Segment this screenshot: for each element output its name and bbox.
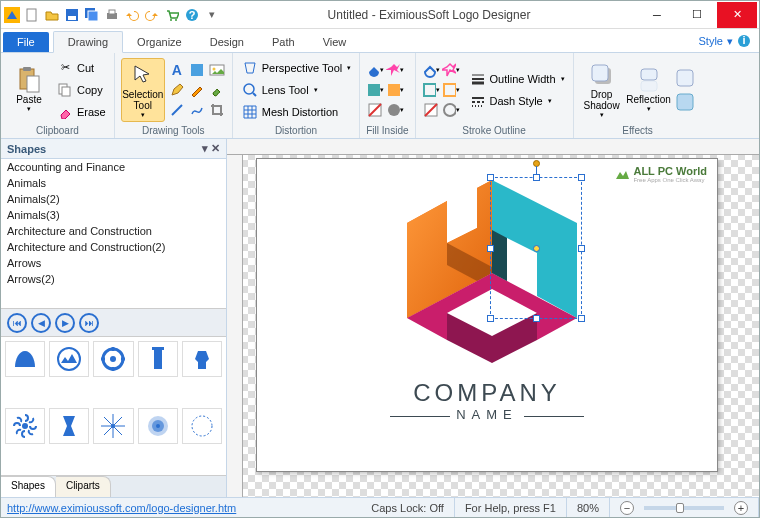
list-item[interactable]: Animals xyxy=(1,175,226,191)
list-item[interactable]: Animals(3) xyxy=(1,207,226,223)
tab-organize[interactable]: Organize xyxy=(123,32,196,52)
resize-handle[interactable] xyxy=(533,174,540,181)
line-tool-icon[interactable] xyxy=(168,101,186,119)
stroke-none-icon[interactable] xyxy=(422,101,440,119)
selection-indicator[interactable] xyxy=(490,177,582,319)
fill-solid-icon[interactable]: ▾ xyxy=(366,61,384,79)
copy-button[interactable]: Copy xyxy=(54,80,108,100)
resize-handle[interactable] xyxy=(578,174,585,181)
stroke-pattern-icon[interactable]: ▾ xyxy=(422,81,440,99)
list-item[interactable]: Animals(2) xyxy=(1,191,226,207)
shapes-category-list[interactable]: Accounting and Finance Animals Animals(2… xyxy=(1,159,226,309)
undo-icon[interactable] xyxy=(123,6,141,24)
tab-design[interactable]: Design xyxy=(196,32,258,52)
mesh-button[interactable]: Mesh Distortion xyxy=(239,102,354,122)
zoom-slider[interactable] xyxy=(644,506,724,510)
zoom-in-button[interactable]: + xyxy=(734,501,748,515)
list-item[interactable]: Architecture and Construction(2) xyxy=(1,239,226,255)
stroke-gradient-icon[interactable]: ▾ xyxy=(442,61,460,79)
fill-gradient-icon[interactable]: ▾ xyxy=(386,61,404,79)
shape-thumb[interactable] xyxy=(49,408,89,444)
resize-handle[interactable] xyxy=(487,174,494,181)
list-item[interactable]: Arrows(2) xyxy=(1,271,226,287)
fill-texture-icon[interactable]: ▾ xyxy=(386,81,404,99)
resize-handle[interactable] xyxy=(578,245,585,252)
shape-thumb[interactable] xyxy=(5,408,45,444)
list-item[interactable]: Architecture and Construction xyxy=(1,223,226,239)
list-item[interactable]: Accounting and Finance xyxy=(1,159,226,175)
effect-preset-1-icon[interactable] xyxy=(674,67,696,89)
redo-icon[interactable] xyxy=(143,6,161,24)
freehand-tool-icon[interactable] xyxy=(188,101,206,119)
panel-menu-icon[interactable]: ▾ xyxy=(202,142,208,155)
fill-more-icon[interactable]: ▾ xyxy=(386,101,404,119)
list-item[interactable]: Arrows xyxy=(1,255,226,271)
artboard[interactable]: ALL PC World Free Apps One Click Away xyxy=(257,159,717,471)
drop-shadow-button[interactable]: Drop Shadow ▾ xyxy=(580,58,624,122)
status-link[interactable]: http://www.eximioussoft.com/logo-designe… xyxy=(1,502,242,514)
qat-dropdown-icon[interactable]: ▾ xyxy=(203,6,221,24)
file-tab[interactable]: File xyxy=(3,32,49,52)
tab-cliparts[interactable]: Cliparts xyxy=(56,476,111,497)
help-icon[interactable]: ? xyxy=(183,6,201,24)
pen-tool-icon[interactable] xyxy=(168,81,186,99)
reflection-button[interactable]: Reflection ▾ xyxy=(627,58,671,122)
text-tool-icon[interactable]: A xyxy=(168,61,186,79)
center-handle[interactable] xyxy=(533,245,540,252)
panel-close-icon[interactable]: ✕ xyxy=(211,142,220,155)
nav-next-icon[interactable]: ▶ xyxy=(55,313,75,333)
fill-pattern-icon[interactable]: ▾ xyxy=(366,81,384,99)
tab-path[interactable]: Path xyxy=(258,32,309,52)
selection-tool-button[interactable]: Selection Tool ▾ xyxy=(121,58,165,122)
shape-thumb[interactable] xyxy=(138,341,178,377)
shape-thumb[interactable] xyxy=(49,341,89,377)
tab-shapes[interactable]: Shapes xyxy=(1,476,56,497)
paste-button[interactable]: Paste ▾ xyxy=(7,58,51,122)
resize-handle[interactable] xyxy=(487,315,494,322)
stroke-texture-icon[interactable]: ▾ xyxy=(442,81,460,99)
info-icon[interactable]: i xyxy=(737,34,751,48)
shape-thumb[interactable] xyxy=(182,408,222,444)
maximize-button[interactable]: ☐ xyxy=(677,2,717,28)
tab-view[interactable]: View xyxy=(309,32,361,52)
stroke-color-icon[interactable]: ▾ xyxy=(422,61,440,79)
shape-thumb[interactable] xyxy=(5,341,45,377)
fill-none-icon[interactable] xyxy=(366,101,384,119)
perspective-button[interactable]: Perspective Tool▾ xyxy=(239,58,354,78)
crop-tool-icon[interactable] xyxy=(208,101,226,119)
nav-last-icon[interactable]: ⏭ xyxy=(79,313,99,333)
shape-thumb[interactable] xyxy=(93,341,133,377)
lens-button[interactable]: Lens Tool▾ xyxy=(239,80,354,100)
brush-tool-icon[interactable] xyxy=(208,81,226,99)
resize-handle[interactable] xyxy=(533,315,540,322)
shape-tool-icon[interactable] xyxy=(188,61,206,79)
zoom-slider-knob[interactable] xyxy=(676,503,684,513)
nav-first-icon[interactable]: ⏮ xyxy=(7,313,27,333)
minimize-button[interactable]: ─ xyxy=(637,2,677,28)
resize-handle[interactable] xyxy=(487,245,494,252)
erase-button[interactable]: Erase xyxy=(54,102,108,122)
new-icon[interactable] xyxy=(23,6,41,24)
tab-drawing[interactable]: Drawing xyxy=(53,31,123,53)
shape-thumb[interactable] xyxy=(93,408,133,444)
dash-style-button[interactable]: Dash Style▾ xyxy=(467,91,567,111)
open-icon[interactable] xyxy=(43,6,61,24)
cart-icon[interactable] xyxy=(163,6,181,24)
company-text[interactable]: COMPANY NAME xyxy=(257,379,717,422)
print-icon[interactable] xyxy=(103,6,121,24)
save-icon[interactable] xyxy=(63,6,81,24)
close-button[interactable]: ✕ xyxy=(717,2,757,28)
style-menu[interactable]: Style ▾ i xyxy=(691,30,759,52)
cut-button[interactable]: ✂Cut xyxy=(54,58,108,78)
resize-handle[interactable] xyxy=(578,315,585,322)
stroke-more-icon[interactable]: ▾ xyxy=(442,101,460,119)
outline-width-button[interactable]: Outline Width▾ xyxy=(467,69,567,89)
shape-thumb[interactable] xyxy=(182,341,222,377)
nav-prev-icon[interactable]: ◀ xyxy=(31,313,51,333)
shape-thumb[interactable] xyxy=(138,408,178,444)
pencil-tool-icon[interactable] xyxy=(188,81,206,99)
image-tool-icon[interactable] xyxy=(208,61,226,79)
zoom-out-button[interactable]: − xyxy=(620,501,634,515)
canvas[interactable]: ALL PC World Free Apps One Click Away xyxy=(243,155,759,497)
saveall-icon[interactable] xyxy=(83,6,101,24)
